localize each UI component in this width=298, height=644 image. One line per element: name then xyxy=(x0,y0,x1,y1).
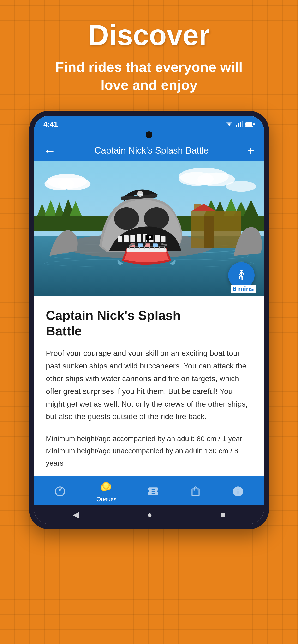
svg-point-41 xyxy=(137,191,143,197)
system-recents-button[interactable]: ■ xyxy=(220,510,225,520)
content-area: Captain Nick's Splash Battle Proof your … xyxy=(34,296,264,476)
svg-rect-1 xyxy=(238,123,239,128)
system-home-button[interactable]: ● xyxy=(147,510,152,520)
svg-point-14 xyxy=(226,181,256,192)
header-title: Captain Nick's Splash Battle xyxy=(56,146,247,156)
svg-rect-35 xyxy=(130,234,135,242)
status-bar: 4:41 xyxy=(34,116,264,131)
add-button[interactable]: + xyxy=(247,144,255,158)
ticket-icon xyxy=(147,486,159,498)
svg-rect-42 xyxy=(191,211,241,248)
camera-dot xyxy=(146,131,152,138)
page-title: Discover xyxy=(88,19,210,51)
queues-icon xyxy=(99,480,114,494)
phone-mockup: 4:41 xyxy=(29,111,269,529)
hero-image: 6 mins xyxy=(34,162,264,296)
svg-rect-34 xyxy=(124,235,129,242)
svg-rect-3 xyxy=(242,121,243,128)
svg-point-31 xyxy=(114,208,139,230)
svg-rect-45 xyxy=(127,248,167,252)
svg-rect-59 xyxy=(145,235,146,244)
nav-item-info[interactable] xyxy=(232,486,244,498)
svg-rect-56 xyxy=(138,244,143,247)
svg-rect-58 xyxy=(153,244,158,247)
svg-point-61 xyxy=(148,236,151,238)
ride-description: Proof your courage and your skill on an … xyxy=(46,347,252,423)
svg-rect-2 xyxy=(240,122,241,128)
wifi-icon xyxy=(225,121,233,128)
svg-rect-40 xyxy=(161,236,166,242)
app-header: ← Captain Nick's Splash Battle + xyxy=(34,140,264,162)
svg-rect-33 xyxy=(118,236,122,242)
svg-rect-0 xyxy=(236,124,237,128)
nav-item-ticket[interactable] xyxy=(147,486,159,498)
nav-item-explore[interactable] xyxy=(54,486,66,498)
ride-requirements: Minimum height/age accompanied by an adu… xyxy=(46,432,252,469)
ride-title: Captain Nick's Splash Battle xyxy=(46,308,214,339)
svg-rect-39 xyxy=(155,235,160,242)
battery-icon xyxy=(245,122,255,127)
back-button[interactable]: ← xyxy=(43,144,56,158)
info-icon xyxy=(232,486,244,498)
camera-bar xyxy=(34,131,264,140)
svg-rect-6 xyxy=(253,123,255,125)
svg-rect-5 xyxy=(245,122,252,126)
svg-rect-36 xyxy=(136,234,141,242)
system-nav: ◀ ● ■ xyxy=(34,505,264,524)
svg-rect-44 xyxy=(204,216,214,248)
svg-point-64 xyxy=(240,270,242,272)
page-subtitle: Find rides that everyone will love and e… xyxy=(41,58,257,94)
nav-item-shop[interactable] xyxy=(190,486,202,498)
walk-person-icon xyxy=(235,268,248,282)
status-icons xyxy=(225,121,255,128)
system-back-button[interactable]: ◀ xyxy=(73,510,79,520)
bottom-nav: Queues xyxy=(34,476,264,505)
signal-icon xyxy=(236,121,243,128)
shop-icon xyxy=(190,486,202,498)
queues-label: Queues xyxy=(96,496,117,503)
svg-point-32 xyxy=(144,208,169,230)
walk-time-label: 6 mins xyxy=(231,284,256,293)
compass-icon xyxy=(54,486,66,498)
status-time: 4:41 xyxy=(43,120,58,128)
svg-point-73 xyxy=(104,484,108,486)
svg-point-10 xyxy=(58,178,90,190)
nav-item-queues[interactable]: Queues xyxy=(96,480,117,503)
